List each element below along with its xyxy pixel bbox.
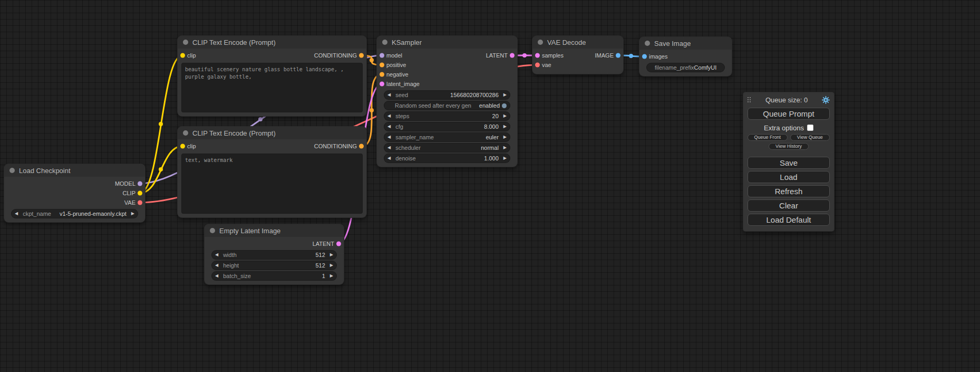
node-ksampler[interactable]: KSampler model LATENT positive negative … [377,36,517,167]
decrement-arrow-icon[interactable]: ◀ [387,114,391,118]
widget-width[interactable]: ◀ width 512 ▶ [212,251,336,259]
widget-cfg[interactable]: ◀ cfg 8.000 ▶ [384,122,510,131]
node-vae-decode[interactable]: VAE Decode samples IMAGE vae [532,36,623,74]
slot-conditioning-output[interactable] [359,144,364,149]
clear-button[interactable]: Clear [748,199,830,212]
queue-prompt-button[interactable]: Queue Prompt [748,108,830,120]
widget-height[interactable]: ◀ height 512 ▶ [212,261,336,270]
slot-negative-input[interactable] [380,72,384,77]
widget-value: 1.000 [484,155,499,161]
increment-arrow-icon[interactable]: ▶ [503,125,507,129]
decrement-arrow-icon[interactable]: ◀ [215,263,218,268]
node-clip-text-encode-positive[interactable]: CLIP Text Encode (Prompt) clip CONDITION… [178,36,366,116]
input-slot-label: model [386,52,402,59]
collapse-dot-icon[interactable] [183,130,188,136]
save-button[interactable]: Save [748,157,830,169]
slot-conditioning-output[interactable] [359,53,364,58]
increment-arrow-icon[interactable]: ▶ [131,212,134,216]
load-button[interactable]: Load [748,171,830,183]
slot-row: LATENT [205,239,344,249]
node-clip-text-encode-negative[interactable]: CLIP Text Encode (Prompt) clip CONDITION… [178,127,366,217]
input-slot-label: vae [542,62,551,68]
widget-denoise[interactable]: ◀ denoise 1.000 ▶ [384,154,510,163]
widget-batch-size[interactable]: ◀ batch_size 1 ▶ [212,272,336,280]
widget-random-seed-toggle[interactable]: Random seed after every gen enabled [384,101,510,110]
widget-sampler-name[interactable]: ◀ sampler_name euler ▶ [384,133,510,141]
decrement-arrow-icon[interactable]: ◀ [215,253,218,257]
collapse-dot-icon[interactable] [382,40,387,45]
slot-model-input[interactable] [380,53,384,58]
increment-arrow-icon[interactable]: ▶ [330,263,333,268]
slot-clip-output[interactable] [138,191,142,196]
decrement-arrow-icon[interactable]: ◀ [387,156,391,160]
node-title-bar[interactable]: CLIP Text Encode (Prompt) [178,36,366,49]
slot-image-output[interactable] [616,53,620,58]
output-slot-label: LATENT [313,241,334,247]
slot-images-input[interactable] [642,54,647,59]
slot-vae-input[interactable] [535,63,540,68]
node-title-bar[interactable]: KSampler [377,36,517,49]
increment-arrow-icon[interactable]: ▶ [503,156,507,160]
node-graph-canvas[interactable]: Load Checkpoint MODEL CLIP VAE ◀ ckpt_na… [0,0,980,372]
collapse-dot-icon[interactable] [9,168,15,173]
slot-latent-output[interactable] [336,242,341,246]
node-title-bar[interactable]: CLIP Text Encode (Prompt) [178,127,366,139]
widget-seed[interactable]: ◀ seed 156680208700286 ▶ [384,91,510,99]
slot-latent-output[interactable] [510,53,515,58]
decrement-arrow-icon[interactable]: ◀ [387,125,391,129]
widget-filename-prefix[interactable]: filename_prefix ComfyUI [647,63,724,72]
menu-header: Queue size: 0 [748,95,830,104]
collapse-dot-icon[interactable] [183,40,188,45]
queue-front-button[interactable]: Queue Front [748,134,788,141]
collapse-dot-icon[interactable] [210,228,215,233]
toggle-knob[interactable] [502,103,507,108]
view-history-button[interactable]: View History [769,143,809,150]
drag-handle-icon[interactable] [748,97,751,103]
node-title: Load Checkpoint [19,167,71,175]
prompt-textarea[interactable]: text, watermark [182,154,362,213]
decrement-arrow-icon[interactable]: ◀ [15,212,18,216]
increment-arrow-icon[interactable]: ▶ [503,135,507,139]
node-save-image[interactable]: Save Image images filename_prefix ComfyU… [639,37,732,76]
slot-latent-image-input[interactable] [380,82,384,87]
increment-arrow-icon[interactable]: ▶ [330,274,333,278]
node-empty-latent-image[interactable]: Empty Latent Image LATENT ◀ width 512 ▶ … [205,224,344,284]
decrement-arrow-icon[interactable]: ◀ [387,93,391,97]
widget-ckpt-name[interactable]: ◀ ckpt_name v1-5-pruned-emaonly.ckpt ▶ [12,209,138,218]
node-title-bar[interactable]: Save Image [639,37,732,50]
node-title-bar[interactable]: Load Checkpoint [4,164,145,177]
input-slot-label: images [649,53,667,60]
slot-positive-input[interactable] [380,63,384,68]
increment-arrow-icon[interactable]: ▶ [503,146,507,150]
slot-clip-input[interactable] [180,144,185,149]
increment-arrow-icon[interactable]: ▶ [503,93,507,97]
extra-options-checkbox[interactable] [807,125,813,131]
node-load-checkpoint[interactable]: Load Checkpoint MODEL CLIP VAE ◀ ckpt_na… [4,164,145,222]
slot-vae-output[interactable] [138,201,142,205]
decrement-arrow-icon[interactable]: ◀ [387,135,391,139]
widget-scheduler[interactable]: ◀ scheduler normal ▶ [384,144,510,152]
widget-steps[interactable]: ◀ steps 20 ▶ [384,112,510,120]
widget-value: normal [481,145,499,151]
slot-samples-input[interactable] [535,53,540,58]
slot-model-output[interactable] [138,182,142,186]
node-title-bar[interactable]: VAE Decode [532,36,623,49]
output-slot-label: CONDITIONING [314,143,357,149]
node-title-bar[interactable]: Empty Latent Image [205,224,344,237]
widget-label: filename_prefix [655,64,694,71]
increment-arrow-icon[interactable]: ▶ [503,114,507,118]
decrement-arrow-icon[interactable]: ◀ [215,274,218,278]
slot-clip-input[interactable] [180,53,185,58]
load-default-button[interactable]: Load Default [748,214,830,226]
collapse-dot-icon[interactable] [645,41,650,46]
comfy-menu[interactable]: Queue size: 0 Queue Prompt Extra options [743,92,834,231]
increment-arrow-icon[interactable]: ▶ [330,253,333,257]
widget-value: 512 [315,252,325,258]
settings-gear-icon[interactable] [822,96,830,104]
decrement-arrow-icon[interactable]: ◀ [387,146,391,150]
slot-row: clip CONDITIONING [178,51,366,60]
collapse-dot-icon[interactable] [538,40,543,45]
prompt-textarea[interactable]: beautiful scenery nature glass bottle la… [182,63,362,112]
view-queue-button[interactable]: View Queue [790,134,830,141]
refresh-button[interactable]: Refresh [748,185,830,197]
